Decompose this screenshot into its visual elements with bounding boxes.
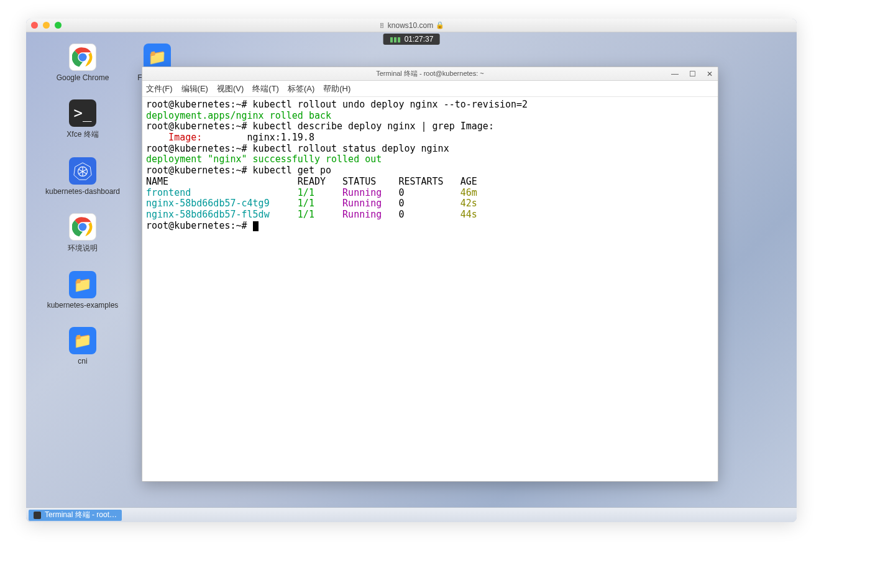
tune-icon: 🎚 [378, 22, 385, 29]
pod-restarts: 0 [382, 209, 460, 220]
menu-tabs[interactable]: 标签(A) [288, 83, 314, 94]
address-bar: 🎚 knows10.com 🔒 [26, 19, 797, 32]
desktop-icon-k8s-dashboard[interactable]: kubernetes-dashboard [36, 157, 129, 196]
terminal-icon [34, 512, 41, 519]
minimize-icon[interactable] [43, 22, 50, 29]
pod-name: frontend [146, 187, 286, 198]
remote-desktop-viewport: 🎚 knows10.com 🔒 ▮▮▮ 01:27:37 Google Chro… [26, 19, 797, 522]
prompt: root@kubernetes:~# [146, 99, 253, 110]
desktop-icon-k8s-examples[interactable]: 📁 kubernetes-examples [36, 271, 129, 310]
terminal-title: Terminal 终端 - root@kubernetes: ~ [142, 69, 718, 78]
menu-view[interactable]: 视图(V) [217, 83, 244, 94]
pod-name: nginx-58bd66db57-fl5dw [146, 209, 286, 220]
table-header: NAME READY STATUS RESTARTS AGE [146, 176, 477, 187]
lock-icon: 🔒 [436, 21, 444, 29]
pod-age: 44s [460, 209, 477, 220]
output-line: deployment.apps/nginx rolled back [146, 110, 331, 121]
chrome-icon [69, 44, 96, 71]
pod-name: nginx-58bd66db57-c4tg9 [146, 198, 286, 209]
icon-label: kubernetes-dashboard [36, 187, 129, 196]
cmd: kubectl rollout undo deploy nginx --to-r… [253, 99, 528, 110]
menu-help[interactable]: 帮助(H) [323, 83, 350, 94]
terminal-icon: >_ [69, 99, 96, 127]
pod-age: 42s [460, 198, 477, 209]
window-controls: — ☐ ✕ [669, 67, 715, 81]
pod-status: Running [331, 209, 382, 220]
pod-age: 46m [460, 187, 477, 198]
signal-icon: ▮▮▮ [390, 35, 401, 44]
output-label: Image: [146, 132, 202, 143]
traffic-lights [31, 22, 62, 29]
terminal-window: Terminal 终端 - root@kubernetes: ~ — ☐ ✕ 文… [142, 67, 718, 482]
pod-status: Running [331, 187, 382, 198]
pod-ready: 1/1 [286, 198, 331, 209]
prompt: root@kubernetes:~# [146, 143, 253, 154]
cmd: kubectl describe deploy nginx | grep Ima… [253, 121, 494, 132]
icon-label: 环境说明 [36, 243, 129, 254]
output-line: deployment "nginx" successfully rolled o… [146, 154, 382, 165]
minimize-icon[interactable]: — [669, 69, 680, 79]
icon-label: cni [36, 357, 129, 365]
menu-file[interactable]: 文件(F) [146, 83, 173, 94]
chrome-icon [69, 213, 96, 241]
close-icon[interactable] [31, 22, 38, 29]
kubernetes-icon [69, 157, 96, 185]
session-timer: ▮▮▮ 01:27:37 [383, 34, 440, 45]
taskbar: Terminal 终端 - root… [26, 507, 797, 522]
prompt: root@kubernetes:~# [146, 220, 253, 231]
cursor-icon [253, 221, 259, 231]
desktop-icons: Google Chrome 📁 FileTransfer >_ Xfce 终端 … [36, 44, 142, 383]
desktop-icon-xfce-terminal[interactable]: >_ Xfce 终端 [36, 99, 129, 140]
prompt: root@kubernetes:~# [146, 165, 253, 176]
menu-terminal[interactable]: 终端(T) [252, 83, 279, 94]
zoom-icon[interactable] [55, 22, 62, 29]
taskbar-item-terminal[interactable]: Terminal 终端 - root… [29, 510, 122, 521]
terminal-titlebar[interactable]: Terminal 终端 - root@kubernetes: ~ — ☐ ✕ [142, 67, 718, 81]
prompt: root@kubernetes:~# [146, 121, 253, 132]
taskbar-item-label: Terminal 终端 - root… [45, 510, 117, 520]
desktop-icon-env-notes[interactable]: 环境说明 [36, 213, 129, 254]
svg-point-13 [79, 223, 87, 231]
cmd: kubectl rollout status deploy nginx [253, 143, 449, 154]
maximize-icon[interactable]: ☐ [687, 69, 698, 79]
pod-status: Running [331, 198, 382, 209]
close-icon[interactable]: ✕ [704, 69, 715, 79]
terminal-body[interactable]: root@kubernetes:~# kubectl rollout undo … [142, 97, 718, 481]
menu-edit[interactable]: 编辑(E) [181, 83, 208, 94]
pod-ready: 1/1 [286, 209, 331, 220]
terminal-menubar: 文件(F) 编辑(E) 视图(V) 终端(T) 标签(A) 帮助(H) [142, 81, 718, 97]
output-value: nginx:1.19.8 [202, 132, 314, 143]
pod-restarts: 0 [382, 198, 460, 209]
pod-ready: 1/1 [286, 187, 331, 198]
icon-label: kubernetes-examples [36, 301, 129, 310]
folder-icon: 📁 [69, 327, 96, 354]
folder-icon: 📁 [69, 271, 96, 298]
icon-label: Xfce 终端 [36, 129, 129, 140]
browser-titlebar: 🎚 knows10.com 🔒 [26, 19, 797, 32]
url-text: knows10.com [388, 21, 433, 30]
pod-restarts: 0 [382, 187, 460, 198]
timer-value: 01:27:37 [405, 35, 434, 44]
desktop-icon-cni[interactable]: 📁 cni [36, 327, 129, 365]
cmd: kubectl get po [253, 165, 331, 176]
